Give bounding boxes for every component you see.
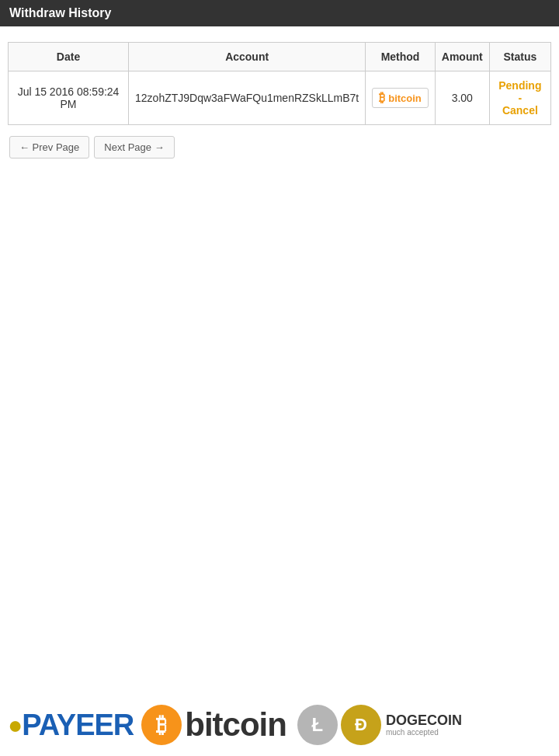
status-cancel[interactable]: Cancel	[496, 104, 544, 117]
cell-account: 12zohZTJ9Dqw3aFWaFQu1menRZSkLLmB7t	[129, 71, 366, 125]
bitcoin-word: bitcoin	[185, 706, 286, 744]
table-row: Jul 15 2016 08:59:24 PM 12zohZTJ9Dqw3aFW…	[9, 71, 551, 125]
btc-circle-icon: ₿	[141, 705, 182, 745]
payeer-y-icon: ●	[8, 711, 22, 740]
payeer-text: PAYEER	[22, 709, 134, 742]
bitcoin-logo-cell: ₿ bitcoin	[372, 88, 429, 108]
cell-status: Pending - Cancel	[489, 71, 550, 125]
dogecoin-name: DOGECOIN	[386, 713, 462, 729]
bitcoin-icon: ₿	[379, 91, 385, 105]
page-header: Withdraw History	[0, 0, 559, 26]
footer-logos: ● PAYEER ₿ bitcoin Ł Ð DOGECOIN much acc…	[0, 694, 559, 756]
next-page-button[interactable]: Next Page →	[94, 136, 174, 159]
col-amount: Amount	[435, 43, 489, 71]
litecoin-symbol: Ł	[312, 714, 324, 736]
dogecoin-text: DOGECOIN much accepted	[386, 713, 462, 737]
status-pending: Pending -	[498, 79, 541, 104]
col-method: Method	[366, 43, 436, 71]
prev-page-button[interactable]: ← Prev Page	[9, 136, 89, 159]
col-account: Account	[129, 43, 366, 71]
pagination: ← Prev Page Next Page →	[8, 136, 551, 159]
cell-date: Jul 15 2016 08:59:24 PM	[9, 71, 129, 125]
litecoin-circle-icon: Ł	[297, 705, 338, 745]
litecoin-logo: Ł	[297, 705, 338, 745]
dogecoin-tagline: much accepted	[386, 728, 462, 737]
payeer-logo: ● PAYEER	[8, 709, 134, 742]
dogecoin-logo: Ð DOGECOIN much accepted	[341, 705, 462, 745]
cell-method: ₿ bitcoin	[366, 71, 436, 125]
bitcoin-footer-logo: ₿ bitcoin	[141, 705, 286, 745]
col-status: Status	[489, 43, 550, 71]
page-title: Withdraw History	[9, 6, 111, 19]
dogecoin-symbol: Ð	[355, 715, 367, 735]
withdraw-history-table: Date Account Method Amount Status Jul 15…	[8, 42, 551, 125]
table-header-row: Date Account Method Amount Status	[9, 43, 551, 71]
dogecoin-circle-icon: Ð	[341, 705, 381, 745]
bitcoin-badge: ₿ bitcoin	[372, 88, 429, 108]
bitcoin-label: bitcoin	[388, 92, 422, 104]
table-container: Date Account Method Amount Status Jul 15…	[0, 26, 559, 166]
cell-amount: 3.00	[435, 71, 489, 125]
col-date: Date	[9, 43, 129, 71]
